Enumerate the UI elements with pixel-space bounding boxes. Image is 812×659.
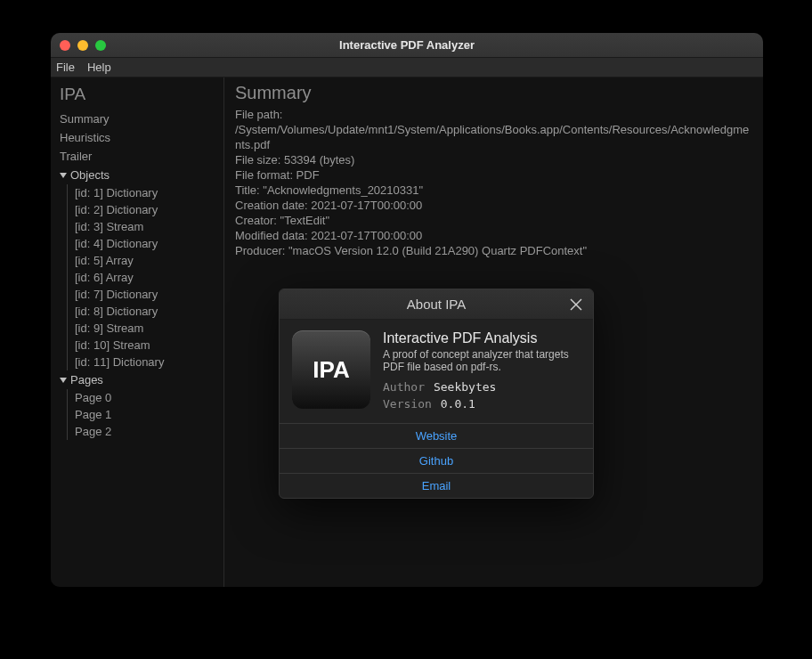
about-link-email[interactable]: Email	[280, 473, 593, 498]
tree-label-objects: Objects	[70, 168, 110, 182]
sidebar-item-summary[interactable]: Summary	[51, 110, 223, 128]
tree-header-objects[interactable]: Objects	[51, 166, 223, 184]
tree-item[interactable]: [id: 10] Stream	[68, 337, 223, 354]
tree-item[interactable]: [id: 6] Array	[68, 269, 223, 286]
about-author-value: Seekbytes	[434, 380, 496, 394]
tree-label-pages: Pages	[70, 373, 103, 386]
about-links: Website Github Email	[280, 423, 593, 498]
chevron-down-icon	[60, 378, 67, 383]
summary-path-label: File path:	[235, 107, 752, 122]
about-author-row: Author Seekbytes	[383, 380, 581, 394]
summary-producer: Producer: "macOS Version 12.0 (Build 21A…	[235, 243, 752, 258]
tree-item[interactable]: Page 1	[68, 406, 223, 423]
traffic-lights	[60, 40, 106, 51]
about-version-label: Version	[383, 397, 432, 411]
about-author-label: Author	[383, 380, 425, 394]
about-link-website[interactable]: Website	[280, 423, 593, 448]
close-icon[interactable]	[568, 297, 584, 313]
tree-item[interactable]: [id: 11] Dictionary	[68, 354, 223, 370]
about-app-title: Interactive PDF Analysis	[383, 330, 581, 346]
summary-creation: Creation date: 2021-07-17T00:00:00	[235, 198, 752, 213]
about-dialog: About IPA IPA Interactive PDF Analysis A…	[279, 289, 594, 499]
window-zoom-button[interactable]	[95, 40, 106, 51]
tree-item[interactable]: Page 2	[68, 423, 223, 440]
window-close-button[interactable]	[60, 40, 70, 51]
about-app-description: A proof of concept analyzer that targets…	[383, 348, 581, 373]
about-link-github[interactable]: Github	[280, 448, 593, 473]
menu-file[interactable]: File	[56, 61, 75, 74]
sidebar-title: IPA	[51, 83, 223, 110]
about-version-row: Version 0.0.1	[383, 397, 581, 411]
about-dialog-header: About IPA	[280, 289, 593, 320]
titlebar: Interactive PDF Analyzer	[51, 33, 763, 58]
sidebar: IPA Summary Heuristics Trailer Objects […	[51, 77, 224, 587]
tree-item[interactable]: [id: 2] Dictionary	[68, 201, 223, 218]
tree-item[interactable]: [id: 7] Dictionary	[68, 286, 223, 303]
content-heading: Summary	[235, 83, 752, 103]
tree-item[interactable]: [id: 4] Dictionary	[68, 235, 223, 252]
tree-item[interactable]: [id: 5] Array	[68, 252, 223, 269]
summary-modified: Modified data: 2021-07-17T00:00:00	[235, 228, 752, 243]
summary-format: File format: PDF	[235, 167, 752, 183]
sidebar-item-trailer[interactable]: Trailer	[51, 147, 223, 166]
tree-item[interactable]: Page 0	[68, 389, 223, 406]
tree-item[interactable]: [id: 9] Stream	[68, 320, 223, 337]
summary-creator: Creator: "TextEdit"	[235, 213, 752, 228]
tree-header-pages[interactable]: Pages	[51, 370, 223, 389]
about-dialog-title: About IPA	[407, 297, 466, 312]
about-version-value: 0.0.1	[441, 397, 475, 411]
menu-help[interactable]: Help	[87, 61, 111, 74]
chevron-down-icon	[60, 173, 67, 178]
tree-item[interactable]: [id: 3] Stream	[68, 218, 223, 235]
tree-item[interactable]: [id: 8] Dictionary	[68, 303, 223, 320]
tree-children-objects: [id: 1] Dictionary [id: 2] Dictionary [i…	[67, 184, 223, 370]
window-title: Interactive PDF Analyzer	[51, 38, 763, 52]
app-icon: IPA	[292, 330, 370, 409]
about-info: Interactive PDF Analysis A proof of conc…	[383, 330, 581, 414]
window-minimize-button[interactable]	[77, 40, 88, 51]
summary-path-value: /System/Volumes/Update/mnt1/System/Appli…	[235, 122, 752, 152]
sidebar-item-heuristics[interactable]: Heuristics	[51, 128, 223, 147]
summary-title: Title: "Acknowledgments_20210331"	[235, 183, 752, 198]
tree-children-pages: Page 0 Page 1 Page 2	[67, 389, 223, 440]
menubar: File Help	[51, 58, 763, 77]
summary-size: File size: 53394 (bytes)	[235, 152, 752, 167]
about-dialog-body: IPA Interactive PDF Analysis A proof of …	[280, 320, 593, 423]
tree-item[interactable]: [id: 1] Dictionary	[68, 184, 223, 201]
